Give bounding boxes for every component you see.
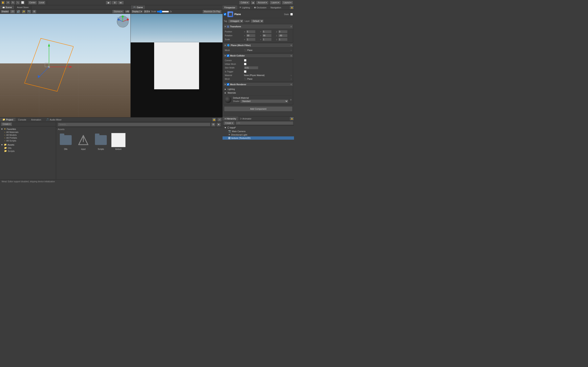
- scale-z-input[interactable]: [278, 38, 287, 41]
- tab-asset-store[interactable]: Asset Store: [15, 5, 31, 9]
- hierarchy-create-btn[interactable]: Create ▾: [223, 121, 235, 125]
- mesh-collider-header[interactable]: ▼ Mesh Collider ⚙: [224, 54, 293, 58]
- tab-navigation[interactable]: Navigation: [268, 5, 283, 9]
- hierarchy-lock-btn[interactable]: 🔒: [290, 117, 294, 121]
- tab-game[interactable]: 🎮 Game: [131, 5, 146, 9]
- pos-x-input[interactable]: [246, 30, 255, 33]
- collab-button[interactable]: Collab ▾: [239, 1, 250, 5]
- create-button[interactable]: Create ▾: [1, 122, 12, 126]
- layer-dropdown[interactable]: Default: [251, 19, 264, 23]
- scale-x-input[interactable]: [246, 38, 255, 41]
- texture-item[interactable]: 🖼 texture (Texture2D): [223, 136, 294, 140]
- step-button[interactable]: ⏭: [118, 1, 124, 5]
- mesh-select-btn[interactable]: ○: [291, 49, 292, 51]
- inflate-checkbox[interactable]: [244, 63, 246, 65]
- directional-light-item[interactable]: ☀ Directional Light: [223, 133, 294, 136]
- tag-dropdown[interactable]: Untagged: [228, 19, 243, 23]
- rot-y-input[interactable]: [262, 34, 272, 37]
- static-checkbox[interactable]: [290, 13, 293, 16]
- rect-tool[interactable]: ⬜: [20, 1, 25, 5]
- object-enabled-checkbox[interactable]: [224, 13, 226, 16]
- mr-header[interactable]: ▼ Mesh Renderer ⚙: [224, 83, 293, 86]
- layout-button[interactable]: Layout ▾: [282, 1, 293, 5]
- transform-header[interactable]: ▼ ⊞ Transform ⚙: [224, 24, 293, 29]
- shading-dropdown[interactable]: Shaded: [1, 10, 9, 13]
- main-camera-item[interactable]: 📷 Main Camera: [223, 129, 294, 133]
- mesh-filter-header[interactable]: ▼ 🔷 Plane (Mesh Filter) ⚙: [224, 43, 293, 48]
- mc-mesh-select-btn[interactable]: ○: [291, 78, 292, 80]
- sidebar-item-dlls[interactable]: 📁 Dlls: [0, 146, 56, 150]
- rotate-tool[interactable]: ↻: [11, 1, 15, 5]
- sidebar-item-materials[interactable]: ○ All Materials: [0, 131, 56, 133]
- lighting-section-row[interactable]: ▶ Lighting: [225, 87, 292, 91]
- tab-occlusion[interactable]: ◉ Occlusion: [252, 5, 268, 9]
- hand-tool[interactable]: ✋: [1, 1, 5, 5]
- scene-view[interactable]: X Y Z Persp: [0, 14, 130, 117]
- mr-settings-icon[interactable]: ⚙: [290, 83, 292, 86]
- tab-animator[interactable]: ▷ Animator: [238, 117, 254, 121]
- 2d-button[interactable]: 2D: [10, 9, 15, 14]
- maximize-button[interactable]: Maximize On Play: [202, 9, 222, 14]
- aspect-dropdown[interactable]: 16:9 ▾: [144, 10, 150, 13]
- mc-material-select-btn[interactable]: ○: [291, 74, 292, 76]
- camera-toggle[interactable]: 📷: [27, 9, 31, 14]
- assets-header[interactable]: ▼ 📁 Assets: [0, 143, 56, 146]
- assets-search-input[interactable]: [58, 123, 210, 126]
- asset-texture[interactable]: texture: [111, 132, 126, 151]
- sidebar-item-models[interactable]: ○ All Models: [0, 133, 56, 136]
- tab-scene[interactable]: 🏔 Scene: [0, 5, 15, 9]
- sidebar-item-scripts[interactable]: ○ All Scripts: [0, 139, 56, 142]
- account-button[interactable]: Account ▾: [256, 1, 269, 5]
- pause-button[interactable]: ⏸: [112, 1, 118, 5]
- layers-button[interactable]: Layers ▾: [269, 1, 281, 5]
- asset-dlls[interactable]: Dlls: [58, 132, 74, 151]
- scale-tool[interactable]: ⤡: [16, 1, 20, 5]
- transform-settings-icon[interactable]: ⚙: [290, 25, 292, 28]
- sidebar-item-scripts-folder[interactable]: 📁 Scripts: [0, 150, 56, 152]
- hierarchy-search-input[interactable]: [236, 121, 293, 125]
- audio-toggle[interactable]: 🔊: [16, 9, 21, 14]
- lock-project-btn[interactable]: 🔒: [212, 118, 216, 122]
- cloud-button[interactable]: ☁: [251, 1, 255, 5]
- tab-lighting[interactable]: ☀ Lighting: [237, 5, 252, 9]
- expand-project-btn[interactable]: ⤢: [217, 118, 222, 122]
- assets-star-btn[interactable]: ★: [216, 123, 221, 127]
- assets-settings-btn[interactable]: ⚙: [211, 123, 216, 127]
- center-button[interactable]: Center: [28, 1, 37, 5]
- mr-enabled-checkbox[interactable]: [227, 83, 229, 86]
- sidebar-item-prefabs[interactable]: ○ All Prefabs: [0, 136, 56, 139]
- material-settings-icon[interactable]: ⚙: [290, 99, 292, 101]
- fx-toggle[interactable]: ✨: [21, 9, 26, 14]
- gizmos-button[interactable]: Gizmos ▾: [112, 9, 124, 14]
- tab-audio-mixer[interactable]: 🎵 Audio Mixer: [44, 118, 64, 121]
- scale-slider[interactable]: [157, 10, 169, 13]
- rot-x-input[interactable]: [246, 34, 255, 37]
- mesh-filter-settings-icon[interactable]: ⚙: [290, 44, 292, 47]
- mc-settings-icon[interactable]: ⚙: [290, 55, 292, 57]
- convex-checkbox[interactable]: [244, 59, 246, 62]
- mc-enabled-checkbox[interactable]: [227, 54, 229, 57]
- display-dropdown[interactable]: Display 1 ▾: [131, 10, 143, 13]
- skin-width-input[interactable]: [244, 66, 258, 69]
- favorites-header[interactable]: ▼ ★ Favorites: [0, 127, 56, 131]
- rot-z-input[interactable]: [278, 34, 287, 37]
- tab-project[interactable]: 📁 Project: [0, 118, 16, 121]
- shader-dropdown[interactable]: Standard: [240, 100, 288, 103]
- add-component-button[interactable]: Add Component: [224, 106, 292, 111]
- scene-root-item[interactable]: ▼ ⬡ input*: [223, 126, 294, 129]
- pos-y-input[interactable]: [262, 30, 272, 33]
- asset-scripts[interactable]: Scripts: [93, 132, 109, 151]
- game-view[interactable]: [131, 14, 223, 117]
- inspector-lock-btn[interactable]: 🔒: [290, 6, 294, 9]
- scene-gizmo[interactable]: X Y Z Persp: [117, 16, 129, 28]
- tab-console[interactable]: Console: [16, 118, 29, 121]
- play-button[interactable]: ▶: [105, 1, 112, 5]
- gizmo-toggle[interactable]: ⚙: [32, 9, 36, 14]
- pos-z-input[interactable]: [278, 30, 287, 33]
- materials-section-row[interactable]: ▶ Materials: [225, 91, 292, 95]
- local-button[interactable]: Local: [38, 1, 45, 5]
- move-tool[interactable]: ✛: [6, 1, 10, 5]
- trigger-checkbox[interactable]: [244, 70, 246, 73]
- search-all-scene[interactable]: «All: [125, 10, 130, 13]
- scale-y-input[interactable]: [262, 38, 272, 41]
